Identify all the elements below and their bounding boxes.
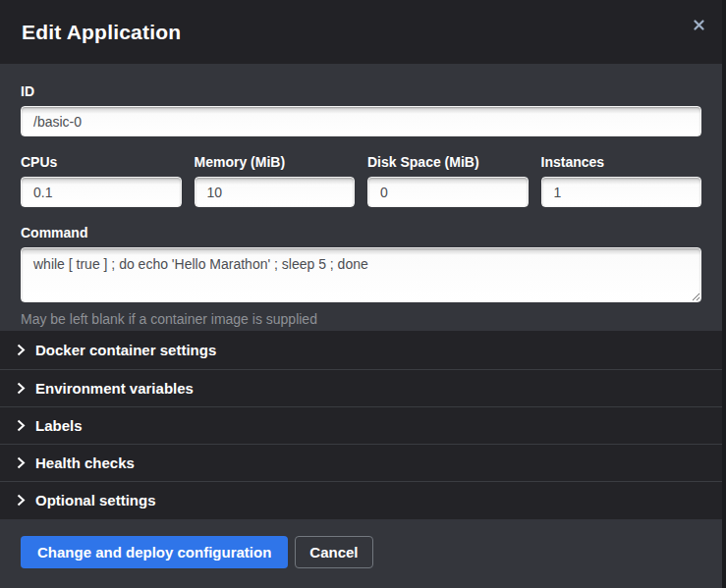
close-icon[interactable]: [690, 16, 707, 33]
command-help-text: May be left blank if a container image i…: [21, 311, 701, 327]
disk-field-group: Disk Space (MiB): [367, 154, 529, 207]
disk-label: Disk Space (MiB): [367, 154, 529, 170]
memory-field-group: Memory (MiB): [195, 154, 356, 207]
section-label: Environment variables: [35, 380, 194, 397]
cpus-label: CPUs: [21, 154, 182, 170]
instances-input[interactable]: [541, 177, 702, 207]
instances-field-group: Instances: [541, 154, 702, 207]
instances-label: Instances: [541, 154, 702, 170]
chevron-right-icon: [17, 494, 26, 507]
section-label: Labels: [35, 417, 83, 434]
command-field-group: Command while [ true ] ; do echo 'Hello …: [21, 225, 701, 327]
cpus-field-group: CPUs: [21, 154, 182, 207]
resources-row: CPUs Memory (MiB) Disk Space (MiB) Insta…: [21, 154, 701, 207]
accordion-sections: Docker container settings Environment va…: [0, 331, 722, 519]
section-docker-container-settings[interactable]: Docker container settings: [0, 331, 722, 369]
chevron-right-icon: [17, 344, 26, 356]
section-optional-settings[interactable]: Optional settings: [0, 481, 722, 518]
command-label: Command: [21, 225, 701, 241]
modal-title: Edit Application: [22, 21, 181, 44]
chevron-right-icon: [17, 456, 26, 469]
memory-label: Memory (MiB): [195, 154, 356, 170]
modal-footer: Change and deploy configuration Cancel: [0, 519, 722, 588]
section-environment-variables[interactable]: Environment variables: [0, 369, 722, 406]
section-health-checks[interactable]: Health checks: [0, 444, 722, 481]
disk-input[interactable]: [367, 177, 529, 207]
section-label: Health checks: [35, 454, 135, 471]
chevron-right-icon: [17, 382, 26, 395]
application-form: ID CPUs Memory (MiB) Disk Space (MiB) In…: [0, 64, 722, 331]
cancel-button[interactable]: Cancel: [295, 536, 372, 568]
cpus-input[interactable]: [21, 177, 182, 207]
change-and-deploy-button[interactable]: Change and deploy configuration: [21, 536, 288, 568]
id-input[interactable]: [21, 106, 701, 136]
section-labels[interactable]: Labels: [0, 406, 722, 444]
memory-input[interactable]: [195, 177, 356, 207]
id-field-group: ID: [21, 83, 701, 136]
id-label: ID: [21, 83, 701, 99]
command-textarea[interactable]: while [ true ] ; do echo 'Hello Marathon…: [21, 247, 701, 302]
chevron-right-icon: [17, 419, 26, 432]
section-label: Docker container settings: [35, 342, 216, 358]
section-label: Optional settings: [35, 492, 156, 508]
edit-application-modal: Edit Application ID CPUs Memory (MiB) Di…: [0, 0, 722, 588]
modal-header: Edit Application: [0, 0, 722, 64]
